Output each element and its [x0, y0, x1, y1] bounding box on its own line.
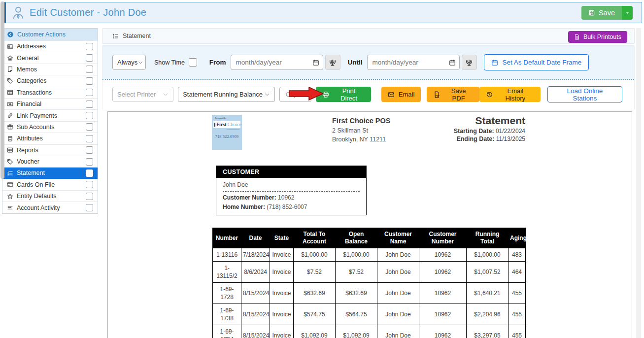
save-button[interactable]: Save — [581, 6, 622, 20]
sidebar-item-label: Link Payments — [17, 112, 82, 119]
sidebar-header[interactable]: Customer Actions — [2, 29, 98, 40]
sidebar-item-label: General — [17, 55, 82, 62]
table-cell: 10962 — [419, 325, 467, 338]
statement-preview: Powered by: FirstChoice 718.522.0909 Fir… — [107, 111, 632, 338]
envelope-icon — [388, 91, 395, 98]
bulk-printouts-button[interactable]: Bulk Printouts — [568, 31, 627, 43]
table-cell: $1,092.09 — [336, 325, 377, 338]
sidebar-item-reports[interactable]: Reports — [2, 144, 98, 156]
sidebar-item-checkbox[interactable] — [86, 158, 93, 166]
sidebar-item-label: Sub Accounts — [17, 124, 82, 131]
load-online-stations-button[interactable]: Load Online Stations — [547, 86, 622, 102]
sidebar-item-categories[interactable]: Categories — [2, 75, 98, 86]
statement-table-body: 1-131167/18/2024Invoice$1,000.00$1,000.0… — [213, 248, 526, 338]
sidebar-item-checkbox[interactable] — [86, 101, 93, 108]
list-ol-icon — [7, 170, 13, 176]
sidebar-item-checkbox[interactable] — [86, 181, 93, 188]
set-default-date-frame-button[interactable]: Set As Default Date Frame — [484, 54, 589, 70]
sidebar-item-label: Cards On File — [17, 181, 82, 188]
statement-panel: Always Show Time From Until — [102, 45, 635, 110]
main-scrollbar-thumb[interactable] — [0, 1, 4, 179]
circle-chevron-left-icon — [7, 31, 14, 38]
sidebar-item-entity-defaults[interactable]: Entity Defaults — [2, 190, 98, 202]
sidebar-item-checkbox[interactable] — [86, 43, 93, 50]
sidebar-item-cards-on-file[interactable]: Cards On File — [2, 179, 98, 190]
sidebar-item-label: Attributes — [17, 135, 82, 142]
sidebar-item-checkbox[interactable] — [86, 112, 93, 119]
date-range-select[interactable]: Always — [112, 55, 146, 70]
table-cell: $3,297.05 — [467, 325, 508, 338]
from-date-input[interactable] — [236, 59, 312, 66]
table-row: 1-13115/28/6/2024Invoice$7.52$7.52John D… — [213, 262, 526, 283]
table-cell: Invoice — [270, 248, 294, 262]
sidebar-item-label: Categories — [17, 77, 82, 84]
table-cell: $564.75 — [336, 304, 377, 325]
home-number-line: Home Number: (718) 852-6007 — [223, 203, 360, 210]
sidebar-item-checkbox[interactable] — [86, 89, 93, 96]
sidebar-item-checkbox[interactable] — [86, 54, 93, 62]
sidebar-item-checkbox[interactable] — [86, 135, 93, 142]
save-dropdown-toggle[interactable] — [622, 6, 633, 20]
calendar-icon[interactable] — [312, 59, 319, 66]
calendar-icon — [491, 59, 498, 66]
table-cell: $1,007.52 — [467, 262, 508, 283]
table-cell: Invoice — [270, 283, 294, 304]
ending-date-line: Ending Date: 11/13/2025 — [454, 135, 525, 143]
table-cell: 7/18/2024 — [241, 248, 270, 262]
document-icon — [574, 34, 580, 40]
sidebar-item-checkbox[interactable] — [86, 193, 93, 200]
table-cell: Invoice — [270, 325, 294, 338]
sidebar-item-link-payments[interactable]: Link Payments — [2, 109, 98, 121]
note-icon — [7, 66, 13, 72]
menorah-icon — [329, 59, 337, 67]
tag-icon — [7, 159, 13, 165]
sidebar-item-checkbox[interactable] — [86, 204, 93, 211]
sidebar-item-voucher[interactable]: Voucher — [2, 156, 98, 167]
email-button[interactable]: Email — [381, 87, 421, 102]
sidebar-item-account-activity[interactable]: Account Activity — [2, 202, 98, 213]
statement-table: NumberDateStateTotal To AccountOpen Bala… — [212, 228, 526, 338]
table-cell: John Doe — [377, 304, 419, 325]
save-button-group: Save — [581, 6, 633, 20]
printer-select[interactable]: Select Printer — [112, 87, 173, 102]
sidebar-item-checkbox[interactable] — [86, 146, 93, 154]
sidebar-item-memos[interactable]: Memos — [2, 64, 98, 75]
report-type-select[interactable]: Statement Running Balance — [178, 87, 275, 102]
sidebar-item-label: Financial — [17, 101, 82, 107]
sidebar-item-transactions[interactable]: Transactions — [2, 87, 98, 98]
sidebar-item-checkbox[interactable] — [86, 123, 93, 131]
table-cell: 10962 — [419, 283, 467, 304]
table-cell: 455 — [508, 304, 526, 325]
table-cell: $7.52 — [294, 262, 336, 283]
show-time-checkbox[interactable] — [189, 58, 197, 67]
save-pdf-button[interactable]: Save PDF — [427, 87, 479, 102]
sidebar-item-addresses[interactable]: Addresses — [2, 40, 98, 52]
sidebar-item-general[interactable]: General — [2, 52, 98, 63]
sidebar-item-sub-accounts[interactable]: Sub Accounts — [2, 121, 98, 133]
table-cell: $574.75 — [294, 304, 336, 325]
menorah-icon — [465, 59, 473, 67]
sidebar-item-label: Transactions — [17, 89, 82, 96]
sidebar-item-financial[interactable]: Financial — [2, 98, 98, 109]
table-row: 1-69-17548/15/2024Invoice$1,092.09$1,092… — [213, 325, 526, 338]
column-header: Total To Account — [294, 228, 336, 248]
column-header: Running Total — [467, 228, 508, 248]
main-scrollbar[interactable] — [636, 28, 641, 338]
until-date-input[interactable] — [373, 59, 449, 66]
star-icon — [7, 193, 13, 200]
column-header: Open Balance — [336, 228, 377, 248]
table-list-icon — [7, 89, 13, 96]
hebrew-calendar-button-from[interactable] — [325, 55, 340, 70]
table-cell: 1-13116 — [213, 248, 241, 262]
table-row: 1-69-17388/15/2024Invoice$574.75$564.75J… — [213, 304, 526, 325]
sidebar-item-checkbox[interactable] — [86, 66, 93, 73]
table-cell: $1,092.09 — [294, 325, 336, 338]
email-history-button[interactable]: Email History — [479, 87, 541, 102]
hebrew-calendar-button-until[interactable] — [462, 55, 477, 70]
sidebar-item-attributes[interactable]: Attributes — [2, 133, 98, 144]
calendar-icon[interactable] — [449, 59, 456, 66]
logo-tagline — [227, 129, 239, 130]
sidebar-item-checkbox[interactable] — [86, 77, 93, 85]
sidebar-item-checkbox[interactable] — [86, 169, 93, 177]
sidebar-item-statement[interactable]: Statement — [2, 167, 98, 178]
